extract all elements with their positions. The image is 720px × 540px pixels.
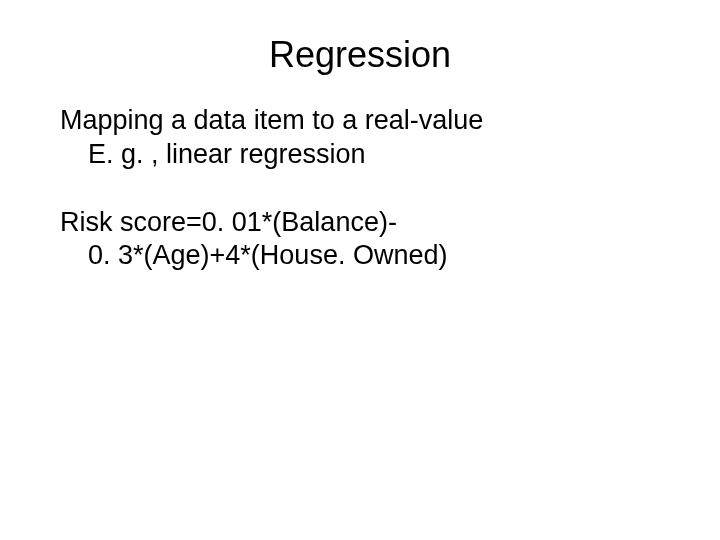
line-definition: Mapping a data item to a real-value [60, 104, 660, 138]
line-formula-2: 0. 3*(Age)+4*(House. Owned) [60, 239, 660, 273]
slide-title: Regression [60, 34, 660, 76]
line-formula-1: Risk score=0. 01*(Balance)- [60, 206, 660, 240]
paragraph-definition: Mapping a data item to a real-value E. g… [60, 104, 660, 172]
paragraph-formula: Risk score=0. 01*(Balance)- 0. 3*(Age)+4… [60, 206, 660, 274]
line-example: E. g. , linear regression [60, 138, 660, 172]
slide-body: Mapping a data item to a real-value E. g… [60, 104, 660, 273]
slide: Regression Mapping a data item to a real… [0, 0, 720, 540]
